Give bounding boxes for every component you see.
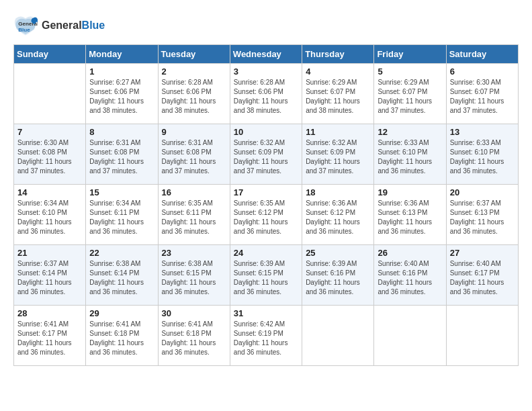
day-number: 27 bbox=[450, 248, 515, 258]
day-info: Sunrise: 6:32 AMSunset: 6:09 PMDaylight:… bbox=[306, 138, 370, 176]
calendar-cell: 7Sunrise: 6:30 AMSunset: 6:08 PMDaylight… bbox=[14, 124, 86, 185]
day-number: 26 bbox=[378, 248, 442, 258]
calendar-cell: 8Sunrise: 6:31 AMSunset: 6:08 PMDaylight… bbox=[86, 124, 158, 185]
svg-text:Blue: Blue bbox=[18, 27, 30, 33]
day-number: 31 bbox=[234, 308, 298, 318]
day-number: 13 bbox=[450, 127, 515, 137]
day-info: Sunrise: 6:29 AMSunset: 6:07 PMDaylight:… bbox=[378, 78, 442, 116]
day-number: 9 bbox=[162, 127, 226, 137]
calendar-cell: 24Sunrise: 6:39 AMSunset: 6:15 PMDayligh… bbox=[230, 245, 302, 306]
day-number: 30 bbox=[162, 308, 226, 318]
day-info: Sunrise: 6:30 AMSunset: 6:07 PMDaylight:… bbox=[450, 78, 515, 116]
day-info: Sunrise: 6:42 AMSunset: 6:19 PMDaylight:… bbox=[234, 320, 298, 357]
day-number: 2 bbox=[162, 66, 226, 77]
day-info: Sunrise: 6:31 AMSunset: 6:08 PMDaylight:… bbox=[89, 138, 154, 176]
header-sunday: Sunday bbox=[14, 45, 86, 64]
day-number: 22 bbox=[89, 248, 154, 258]
logo-text: GeneralBlue bbox=[42, 19, 105, 32]
day-number: 7 bbox=[17, 127, 82, 137]
day-number: 28 bbox=[17, 308, 82, 318]
day-number: 5 bbox=[378, 66, 442, 77]
day-number: 21 bbox=[17, 248, 82, 258]
day-info: Sunrise: 6:41 AMSunset: 6:18 PMDaylight:… bbox=[89, 320, 154, 357]
day-number: 4 bbox=[306, 66, 370, 77]
calendar-cell: 5Sunrise: 6:29 AMSunset: 6:07 PMDaylight… bbox=[374, 64, 446, 124]
day-info: Sunrise: 6:36 AMSunset: 6:13 PMDaylight:… bbox=[378, 199, 442, 236]
day-number: 20 bbox=[450, 187, 515, 197]
day-info: Sunrise: 6:28 AMSunset: 6:06 PMDaylight:… bbox=[234, 78, 298, 116]
calendar-cell: 6Sunrise: 6:30 AMSunset: 6:07 PMDaylight… bbox=[446, 64, 518, 124]
calendar-cell bbox=[302, 306, 374, 366]
day-info: Sunrise: 6:41 AMSunset: 6:18 PMDaylight:… bbox=[162, 320, 226, 357]
day-info: Sunrise: 6:35 AMSunset: 6:11 PMDaylight:… bbox=[162, 199, 226, 236]
calendar-cell: 30Sunrise: 6:41 AMSunset: 6:18 PMDayligh… bbox=[158, 306, 230, 366]
calendar-cell: 22Sunrise: 6:38 AMSunset: 6:14 PMDayligh… bbox=[86, 245, 158, 306]
day-number: 1 bbox=[89, 66, 154, 77]
day-number: 29 bbox=[89, 308, 154, 318]
calendar-week-5: 28Sunrise: 6:41 AMSunset: 6:17 PMDayligh… bbox=[14, 306, 519, 366]
day-number: 19 bbox=[378, 187, 442, 197]
day-info: Sunrise: 6:34 AMSunset: 6:10 PMDaylight:… bbox=[17, 199, 82, 236]
day-number: 23 bbox=[162, 248, 226, 258]
calendar-cell bbox=[446, 306, 518, 366]
calendar-cell: 2Sunrise: 6:28 AMSunset: 6:06 PMDaylight… bbox=[158, 64, 230, 124]
header-thursday: Thursday bbox=[302, 45, 374, 64]
day-info: Sunrise: 6:30 AMSunset: 6:08 PMDaylight:… bbox=[17, 138, 82, 176]
logo: General Blue GeneralBlue bbox=[13, 13, 105, 38]
day-info: Sunrise: 6:33 AMSunset: 6:10 PMDaylight:… bbox=[450, 138, 515, 176]
day-info: Sunrise: 6:29 AMSunset: 6:07 PMDaylight:… bbox=[306, 78, 370, 116]
day-info: Sunrise: 6:38 AMSunset: 6:14 PMDaylight:… bbox=[89, 259, 154, 297]
day-number: 15 bbox=[89, 187, 154, 197]
calendar-table: SundayMondayTuesdayWednesdayThursdayFrid… bbox=[13, 44, 519, 366]
calendar-cell: 9Sunrise: 6:31 AMSunset: 6:08 PMDaylight… bbox=[158, 124, 230, 185]
day-number: 17 bbox=[234, 187, 298, 197]
calendar-cell: 29Sunrise: 6:41 AMSunset: 6:18 PMDayligh… bbox=[86, 306, 158, 366]
day-info: Sunrise: 6:31 AMSunset: 6:08 PMDaylight:… bbox=[162, 138, 226, 176]
day-number: 3 bbox=[234, 66, 298, 77]
day-info: Sunrise: 6:40 AMSunset: 6:17 PMDaylight:… bbox=[450, 259, 515, 297]
calendar-cell: 21Sunrise: 6:37 AMSunset: 6:14 PMDayligh… bbox=[14, 245, 86, 306]
calendar-cell: 14Sunrise: 6:34 AMSunset: 6:10 PMDayligh… bbox=[14, 185, 86, 245]
day-info: Sunrise: 6:36 AMSunset: 6:12 PMDaylight:… bbox=[306, 199, 370, 236]
header-tuesday: Tuesday bbox=[158, 45, 230, 64]
calendar-week-4: 21Sunrise: 6:37 AMSunset: 6:14 PMDayligh… bbox=[14, 245, 519, 306]
calendar-week-3: 14Sunrise: 6:34 AMSunset: 6:10 PMDayligh… bbox=[14, 185, 519, 245]
calendar-week-2: 7Sunrise: 6:30 AMSunset: 6:08 PMDaylight… bbox=[14, 124, 519, 185]
header-saturday: Saturday bbox=[446, 45, 518, 64]
calendar-cell bbox=[374, 306, 446, 366]
calendar-cell: 16Sunrise: 6:35 AMSunset: 6:11 PMDayligh… bbox=[158, 185, 230, 245]
logo-icon: General Blue bbox=[13, 13, 38, 38]
calendar-cell: 17Sunrise: 6:35 AMSunset: 6:12 PMDayligh… bbox=[230, 185, 302, 245]
calendar-cell: 26Sunrise: 6:40 AMSunset: 6:16 PMDayligh… bbox=[374, 245, 446, 306]
calendar-cell: 13Sunrise: 6:33 AMSunset: 6:10 PMDayligh… bbox=[446, 124, 518, 185]
calendar-cell: 31Sunrise: 6:42 AMSunset: 6:19 PMDayligh… bbox=[230, 306, 302, 366]
day-number: 24 bbox=[234, 248, 298, 258]
day-info: Sunrise: 6:34 AMSunset: 6:11 PMDaylight:… bbox=[89, 199, 154, 236]
calendar-cell: 3Sunrise: 6:28 AMSunset: 6:06 PMDaylight… bbox=[230, 64, 302, 124]
header-monday: Monday bbox=[86, 45, 158, 64]
day-info: Sunrise: 6:35 AMSunset: 6:12 PMDaylight:… bbox=[234, 199, 298, 236]
day-info: Sunrise: 6:39 AMSunset: 6:16 PMDaylight:… bbox=[306, 259, 370, 297]
day-info: Sunrise: 6:39 AMSunset: 6:15 PMDaylight:… bbox=[234, 259, 298, 297]
day-info: Sunrise: 6:37 AMSunset: 6:13 PMDaylight:… bbox=[450, 199, 515, 236]
header-friday: Friday bbox=[374, 45, 446, 64]
day-info: Sunrise: 6:32 AMSunset: 6:09 PMDaylight:… bbox=[234, 138, 298, 176]
calendar-cell bbox=[14, 64, 86, 124]
calendar-header-row: SundayMondayTuesdayWednesdayThursdayFrid… bbox=[14, 45, 519, 64]
day-number: 6 bbox=[450, 66, 515, 77]
calendar-cell: 10Sunrise: 6:32 AMSunset: 6:09 PMDayligh… bbox=[230, 124, 302, 185]
day-number: 12 bbox=[378, 127, 442, 137]
calendar-cell: 4Sunrise: 6:29 AMSunset: 6:07 PMDaylight… bbox=[302, 64, 374, 124]
header-wednesday: Wednesday bbox=[230, 45, 302, 64]
day-number: 25 bbox=[306, 248, 370, 258]
day-number: 14 bbox=[17, 187, 82, 197]
calendar-cell: 15Sunrise: 6:34 AMSunset: 6:11 PMDayligh… bbox=[86, 185, 158, 245]
day-number: 11 bbox=[306, 127, 370, 137]
day-info: Sunrise: 6:28 AMSunset: 6:06 PMDaylight:… bbox=[162, 78, 226, 116]
day-info: Sunrise: 6:40 AMSunset: 6:16 PMDaylight:… bbox=[378, 259, 442, 297]
day-info: Sunrise: 6:37 AMSunset: 6:14 PMDaylight:… bbox=[17, 259, 82, 297]
day-info: Sunrise: 6:41 AMSunset: 6:17 PMDaylight:… bbox=[17, 320, 82, 357]
day-info: Sunrise: 6:33 AMSunset: 6:10 PMDaylight:… bbox=[378, 138, 442, 176]
calendar-cell: 11Sunrise: 6:32 AMSunset: 6:09 PMDayligh… bbox=[302, 124, 374, 185]
calendar-cell: 27Sunrise: 6:40 AMSunset: 6:17 PMDayligh… bbox=[446, 245, 518, 306]
